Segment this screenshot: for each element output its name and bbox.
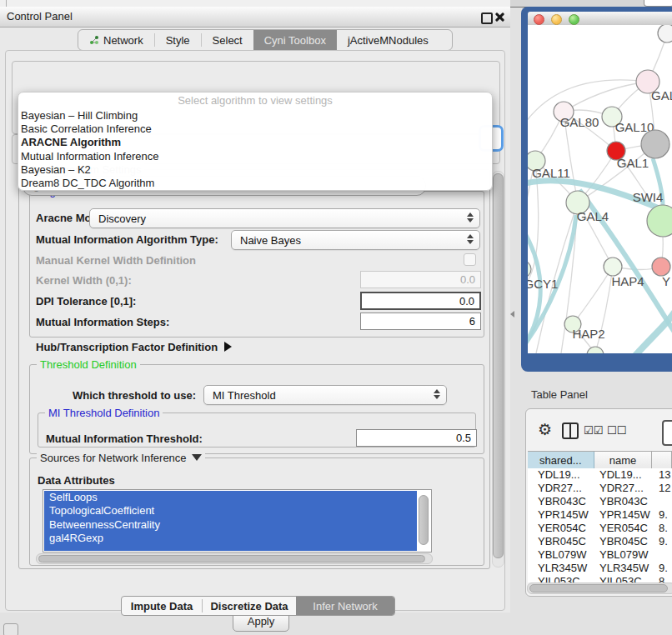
new-table-icon-partial[interactable] — [662, 420, 672, 446]
network-node[interactable] — [641, 130, 669, 158]
collapse-icon — [192, 454, 202, 461]
tab-network[interactable]: Network — [78, 30, 154, 50]
manual-kernel-checkbox[interactable] — [464, 253, 476, 266]
menu-item[interactable]: Dream8 DC_TDC Algorithm — [18, 177, 492, 190]
menu-item[interactable]: Mutual Information Inference — [18, 150, 492, 163]
bottom-tab-impute-data[interactable]: Impute Data — [122, 597, 202, 615]
select-all-columns-icon[interactable]: ☑☑ — [584, 423, 603, 438]
cell-value: 9. — [653, 562, 672, 575]
table-row[interactable]: YDL19...YDL19...13 — [528, 468, 672, 482]
column-header[interactable]: shared... — [528, 452, 594, 469]
gear-icon[interactable]: ⚙ — [538, 421, 552, 439]
aracne-mode-combo[interactable]: Discovery — [89, 208, 480, 228]
network-edge-thick[interactable] — [633, 300, 672, 353]
settings-scrollbar-thumb[interactable] — [493, 173, 504, 558]
attribute-list-item[interactable]: TopologicalCoefficient — [44, 504, 417, 518]
splitter-handle[interactable] — [510, 311, 514, 318]
deselect-all-columns-icon[interactable]: ☐☐ — [607, 423, 626, 438]
bottom-tab-discretize-data[interactable]: Discretize Data — [203, 597, 296, 615]
table-row[interactable]: YER054CYER054C8. — [528, 522, 672, 535]
table-row[interactable]: YDR27...YDR27...12 — [528, 482, 672, 495]
attribute-list-item[interactable]: SelfLoops — [44, 491, 417, 504]
table-row[interactable]: YPR145WYPR145W9. — [528, 508, 672, 522]
split-columns-icon[interactable] — [562, 422, 579, 439]
network-node-label: GAL4 — [577, 209, 609, 223]
attribute-list-item[interactable]: gal4RGexp — [44, 532, 417, 545]
menu-item[interactable]: ARACNE Algorithm — [18, 136, 492, 149]
cell-value: 13 — [653, 468, 672, 482]
close-panel-icon[interactable] — [494, 12, 504, 22]
table-row[interactable]: YLR345WYLR345W9. — [528, 562, 672, 575]
table-hscrollbar-track[interactable] — [527, 582, 672, 594]
minimized-panel-icon[interactable] — [3, 623, 18, 635]
column-header[interactable] — [652, 452, 672, 469]
tab-select[interactable]: Select — [202, 30, 253, 50]
network-node-label: GAL — [651, 88, 672, 102]
table-row[interactable]: YBR045CYBR045C9. — [528, 535, 672, 548]
cell-shared-name: YLR345W — [528, 562, 594, 575]
network-window-titlebar[interactable] — [528, 12, 672, 26]
mi-threshold-definition-title: MI Threshold Definition — [45, 407, 163, 419]
cell-name: YLR345W — [594, 562, 653, 575]
network-node-label: GAL1 — [617, 156, 649, 170]
table-row[interactable]: YBL079WYBL079W — [528, 548, 672, 562]
list-hscrollbar-track[interactable] — [36, 553, 433, 564]
network-node[interactable] — [658, 25, 672, 42]
network-node-swi4[interactable] — [647, 205, 672, 237]
zoom-window-icon[interactable] — [569, 14, 579, 25]
mi-steps-label: Mutual Information Steps: — [36, 316, 169, 328]
mi-algorithm-type-combo[interactable]: Naive Bayes — [231, 230, 480, 250]
cell-value: 12 — [653, 482, 672, 495]
tab-label: Style — [166, 34, 190, 47]
manual-kernel-label: Manual Kernel Width Definition — [36, 254, 196, 267]
cell-value: 9. — [653, 508, 672, 522]
network-node-label: SWI4 — [633, 190, 664, 204]
cell-value — [653, 495, 672, 508]
table-hscrollbar-thumb[interactable] — [529, 584, 668, 592]
network-node-label: GAL80 — [560, 115, 599, 129]
table-row[interactable]: YBR043CYBR043C — [528, 495, 672, 508]
menu-item[interactable]: Bayesian – K2 — [18, 163, 492, 177]
minimize-window-icon[interactable] — [551, 14, 562, 25]
cell-name: YBR043C — [594, 495, 653, 508]
tab-label: Select — [213, 34, 243, 47]
tab-jactivemnodules[interactable]: jActiveMNodules — [337, 30, 439, 50]
bottom-tab-infer-network[interactable]: Infer Network — [296, 597, 394, 615]
cell-shared-name: YBR043C — [528, 495, 594, 508]
list-hscrollbar-thumb[interactable] — [38, 555, 425, 562]
top-strip-left — [0, 0, 510, 7]
data-attributes-list[interactable]: SelfLoopsTopologicalCoefficientBetweenne… — [43, 489, 432, 552]
menu-item[interactable]: Basic Correlation Inference — [18, 122, 492, 136]
mi-algorithm-type-value: Naive Bayes — [232, 234, 301, 247]
which-threshold-combo[interactable]: MI Threshold — [203, 385, 447, 405]
network-node[interactable] — [587, 347, 604, 353]
column-header[interactable]: name — [594, 452, 653, 469]
cell-shared-name: YBL079W — [528, 548, 594, 562]
tab-label: Cyni Toolbox — [264, 34, 326, 47]
sources-title[interactable]: Sources for Network Inference — [37, 452, 205, 464]
kernel-width-field[interactable]: 0.0 — [360, 271, 481, 288]
network-node-y[interactable] — [652, 258, 670, 276]
cell-value: 9. — [653, 535, 672, 548]
float-window-icon[interactable] — [481, 12, 493, 24]
which-threshold-label: Which threshold to use: — [36, 389, 196, 402]
tab-cyni-toolbox[interactable]: Cyni Toolbox — [253, 30, 337, 50]
attribute-list-item[interactable]: BetweennessCentrality — [44, 518, 417, 532]
tab-style[interactable]: Style — [155, 30, 201, 50]
cell-shared-name: YPR145W — [528, 508, 594, 522]
menu-item[interactable]: Bayesian – Hill Climbing — [18, 109, 492, 122]
dpi-tolerance-field[interactable]: 0.0 — [360, 292, 481, 310]
network-edge[interactable] — [573, 267, 613, 324]
network-node-hap4[interactable] — [604, 258, 622, 276]
close-window-icon[interactable] — [534, 14, 544, 25]
hub-definition-toggle[interactable]: Hub/Transcription Factor Definition — [36, 341, 232, 353]
control-panel-titlebar: Control Panel — [0, 7, 510, 28]
list-scrollbar-thumb[interactable] — [419, 495, 429, 545]
aracne-mode-value: Discovery — [90, 212, 146, 225]
table-row[interactable]: YIL053CYIL053C8 — [528, 575, 672, 582]
mi-threshold-field[interactable]: 0.5 — [356, 429, 477, 447]
combo-stepper-icon — [467, 234, 474, 244]
network-canvas[interactable]: GALGAL80GAL10GAL1GAL11SWI4GAL4HAP4YGCY1H… — [528, 25, 672, 353]
mi-steps-field[interactable]: 6 — [360, 312, 481, 330]
table-header: shared...name — [528, 451, 672, 470]
